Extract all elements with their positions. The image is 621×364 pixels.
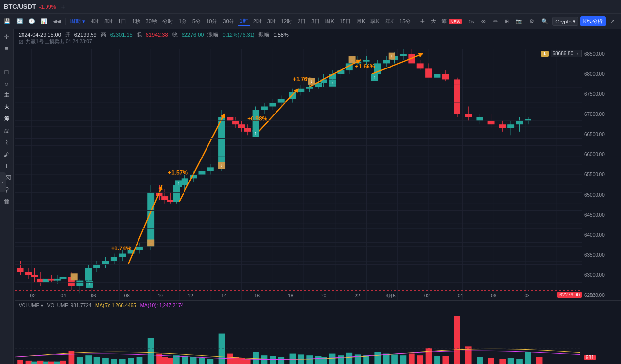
check-icon: ☑	[19, 39, 23, 45]
rect-tool[interactable]: □	[1, 67, 12, 77]
indicator-chips[interactable]: 筹 NEW	[439, 17, 464, 26]
x-label-14: 14	[221, 293, 227, 298]
tf-3d[interactable]: 3日	[309, 17, 322, 26]
current-price-tag: 62276.00	[557, 292, 582, 298]
share-button[interactable]: ↗	[608, 17, 617, 25]
indicator-label: 主	[420, 18, 425, 25]
tf-1m[interactable]: 1分	[177, 17, 189, 26]
draw-toolbar: ✛ ≡ — □ ○ 主 大 筹 ≋ ⌇ 🖌 T ⌫ ⚲ 🗑	[0, 29, 14, 364]
screenshot-button[interactable]: 📷	[513, 17, 525, 25]
indicator-button[interactable]: 主	[418, 17, 427, 26]
amp-label: 振幅	[258, 31, 269, 38]
refresh-button[interactable]: 🔄	[14, 17, 25, 25]
chart-canvas[interactable]	[15, 49, 582, 300]
save-button[interactable]: 💾	[2, 17, 13, 25]
settings-button[interactable]: ⚙	[527, 17, 537, 25]
x-label-12: 12	[188, 293, 193, 298]
add-tab-button[interactable]: +	[61, 3, 65, 11]
collapse-handle[interactable]: ‹	[0, 172, 6, 192]
cursor-tool[interactable]: ✛	[1, 31, 12, 42]
tf-30s[interactable]: 30秒	[144, 17, 159, 26]
tf-year[interactable]: 年K	[383, 17, 396, 26]
timeframe-button[interactable]: 周期 ▾	[68, 17, 87, 26]
brush-tool[interactable]: 🖌	[1, 149, 12, 159]
price-64500: 64500.00	[584, 212, 619, 218]
pencil-button[interactable]: ✏	[491, 17, 500, 25]
chart-area: 68500.00 68000.00 67500.00 67000.00 6650…	[15, 49, 621, 300]
chip-indicator[interactable]: 筹	[1, 114, 12, 124]
tf-month[interactable]: 月K	[354, 17, 367, 26]
top-price-value: 68686.80 →	[551, 50, 582, 57]
volume-label: VOLUME	[19, 303, 39, 308]
volume-dropdown[interactable]: ▾	[41, 303, 43, 308]
price-68000: 68000.00	[584, 71, 619, 77]
amp-value: 0.58%	[273, 32, 288, 38]
tf-tick[interactable]: 分时	[161, 17, 175, 26]
price-66000: 66000.00	[584, 152, 619, 157]
x-label-08: 08	[124, 293, 130, 298]
tf-3h[interactable]: 3时	[265, 17, 277, 26]
top-price-icon: ⬇	[541, 51, 549, 57]
x-label-04: 04	[61, 293, 66, 298]
line-draw-tool[interactable]: —	[1, 55, 12, 66]
main-indicator[interactable]: 主	[1, 90, 12, 101]
tf-15m[interactable]: 15分	[397, 17, 413, 26]
x-label-02: 02	[30, 293, 36, 298]
price-65500: 65500.00	[584, 172, 619, 177]
vol-981: 981	[584, 355, 596, 360]
tf-2d[interactable]: 2日	[296, 17, 308, 26]
x-label-08b: 08	[524, 293, 529, 298]
tf-4h[interactable]: 4时	[89, 17, 101, 26]
volume-scale: 5.00k 981	[582, 360, 621, 362]
volume-info: VOLUME ▾ VOLUME: 981.7724 MA(5): 1,266.4…	[19, 303, 184, 308]
chart-type-button[interactable]: 📊	[39, 17, 49, 25]
search-rt-button[interactable]: 🔍	[539, 17, 551, 25]
ohlc-info: 2024-04-29 15:00 开 62199.59 高 62301.15 低…	[19, 31, 617, 38]
tf-1d[interactable]: 1日	[116, 17, 128, 26]
x-label-04b: 04	[458, 293, 463, 298]
layout-button[interactable]: ⊞	[502, 17, 511, 25]
tf-week[interactable]: 周K	[323, 17, 336, 26]
tf-quarter[interactable]: 季K	[368, 17, 381, 26]
tf-1h[interactable]: 1时	[238, 16, 250, 26]
change-label: 涨幅	[207, 31, 218, 38]
x-label-3-5: 3月5	[386, 293, 396, 299]
tf-12h[interactable]: 12时	[279, 17, 294, 26]
price-63500: 63500.00	[584, 252, 619, 258]
collapse-icon: ‹	[2, 180, 3, 185]
signal-text: 共赢1号 止损卖出 04-24 23:07	[26, 38, 92, 45]
k-analysis-button[interactable]: K线分析	[580, 16, 606, 26]
prev-button[interactable]: ◀◀	[51, 17, 63, 25]
x-label-06b: 06	[491, 293, 496, 298]
top-price-marker: ⬇ 68686.80 →	[541, 50, 582, 57]
hamburger-tool[interactable]: ≡	[1, 43, 12, 54]
signal-info: ☑ 共赢1号 止损卖出 04-24 23:07	[19, 38, 617, 45]
tf-2h[interactable]: 2时	[252, 17, 264, 26]
high-value: 62301.15	[110, 32, 133, 38]
trading-pair[interactable]: BTC/USDT	[4, 3, 36, 10]
price-65000: 65000.00	[584, 192, 619, 198]
circle-tool[interactable]: ○	[1, 78, 12, 89]
tf-10m[interactable]: 10分	[204, 17, 219, 26]
big-indicator[interactable]: 大	[1, 102, 12, 113]
trash-tool[interactable]: 🗑	[1, 196, 12, 206]
x-label-16: 16	[254, 293, 260, 298]
ma5-label: MA(5):	[95, 303, 110, 308]
tf-5m[interactable]: 5分	[190, 17, 203, 26]
eye-button[interactable]: 👁	[479, 18, 489, 25]
x-label-06: 06	[91, 293, 96, 298]
tf-8h[interactable]: 8时	[102, 17, 115, 26]
crypto-label: Crypto	[555, 19, 571, 24]
indicator-big[interactable]: 大	[429, 17, 438, 26]
clock-button[interactable]: 🕐	[26, 17, 37, 25]
tf-1s[interactable]: 1秒	[130, 17, 142, 26]
low-value: 61942.38	[146, 32, 168, 38]
crypto-button[interactable]: Crypto ▾	[552, 17, 578, 26]
fib-tool[interactable]: ≋	[1, 125, 12, 136]
text-tool[interactable]: T	[1, 160, 12, 171]
tf-30m[interactable]: 30分	[221, 17, 236, 26]
price-62500: 62500.00	[584, 293, 619, 298]
volume-num: 981.7724	[71, 303, 92, 308]
wave-tool[interactable]: ⌇	[1, 137, 12, 148]
tf-15d[interactable]: 15日	[338, 17, 353, 26]
